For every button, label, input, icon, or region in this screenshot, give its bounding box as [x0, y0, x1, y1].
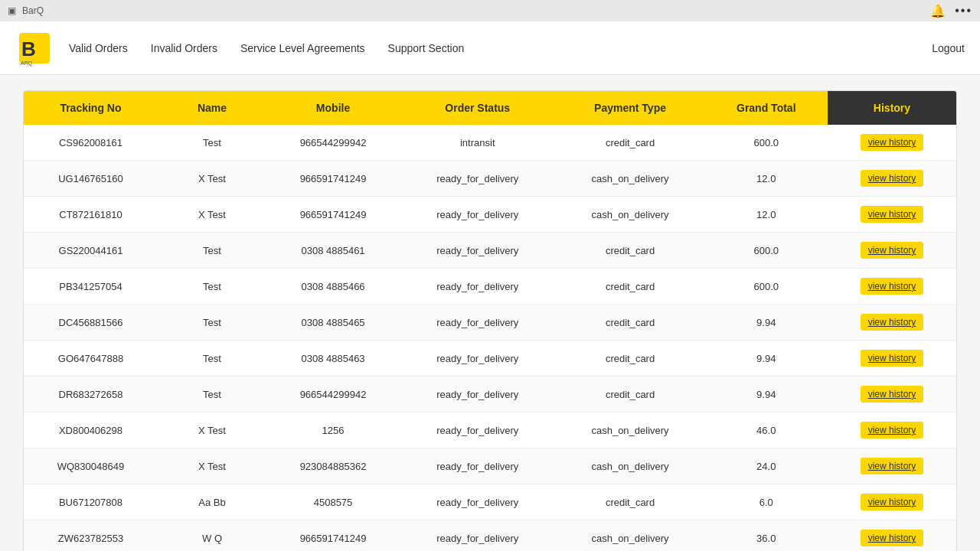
- cell-tracking_no: CT872161810: [24, 197, 158, 233]
- cell-name: W Q: [158, 520, 266, 552]
- cell-name: Test: [158, 305, 266, 341]
- cell-mobile: 0308 4885465: [266, 305, 400, 341]
- col-name: Name: [158, 91, 266, 125]
- cell-name: X Test: [158, 197, 266, 233]
- cell-name: Test: [158, 269, 266, 305]
- logout-button[interactable]: Logout: [932, 42, 965, 54]
- view-history-button[interactable]: view history: [861, 494, 924, 510]
- cell-order_status: ready_for_delivery: [400, 197, 556, 233]
- table-row: PB341257054Test0308 4885466ready_for_del…: [24, 269, 956, 305]
- view-history-button[interactable]: view history: [861, 350, 924, 367]
- cell-order_status: ready_for_delivery: [400, 448, 556, 484]
- view-history-button[interactable]: view history: [861, 134, 924, 151]
- col-mobile: Mobile: [266, 91, 400, 125]
- cell-payment_type: cash_on_delivery: [556, 197, 705, 233]
- table-row: GO647647888Test0308 4885463ready_for_del…: [24, 341, 956, 377]
- cell-payment_type: credit_card: [556, 305, 705, 341]
- orders-table: Tracking No Name Mobile Order Status Pay…: [24, 91, 956, 551]
- table-header: Tracking No Name Mobile Order Status Pay…: [24, 91, 956, 125]
- nav-sla[interactable]: Service Level Agreements: [240, 42, 365, 54]
- cell-grand_total: 9.94: [705, 377, 828, 412]
- cell-history: view history: [828, 377, 956, 412]
- cell-grand_total: 12.0: [705, 197, 828, 233]
- table-row: WQ830048649X Test923084885362ready_for_d…: [24, 448, 956, 484]
- view-history-button[interactable]: view history: [861, 422, 924, 439]
- cell-tracking_no: XD800406298: [24, 412, 158, 448]
- cell-mobile: 0308 4885463: [266, 341, 400, 377]
- cell-mobile: 966591741249: [266, 161, 400, 197]
- cell-history: view history: [828, 448, 956, 484]
- view-history-button[interactable]: view history: [861, 170, 924, 187]
- cell-name: Test: [158, 125, 266, 161]
- view-history-button[interactable]: view history: [861, 458, 924, 474]
- view-history-button[interactable]: view history: [861, 206, 924, 223]
- cell-payment_type: credit_card: [556, 269, 705, 305]
- cell-name: Test: [158, 377, 266, 412]
- more-options-icon[interactable]: •••: [955, 4, 972, 18]
- cell-payment_type: cash_on_delivery: [556, 520, 705, 552]
- cell-grand_total: 6.0: [705, 484, 828, 520]
- cell-history: view history: [828, 412, 956, 448]
- cell-order_status: ready_for_delivery: [400, 520, 556, 552]
- cell-tracking_no: UG146765160: [24, 161, 158, 197]
- cell-name: X Test: [158, 161, 266, 197]
- cell-order_status: ready_for_delivery: [400, 233, 556, 269]
- cell-tracking_no: GO647647888: [24, 341, 158, 377]
- header-nav-area: B ARQ Valid Orders Invalid Orders Servic…: [15, 29, 464, 67]
- col-grand-total: Grand Total: [705, 91, 828, 125]
- col-order-status: Order Status: [400, 91, 556, 125]
- cell-history: view history: [828, 161, 956, 197]
- view-history-button[interactable]: view history: [861, 386, 924, 403]
- nav-invalid-orders[interactable]: Invalid Orders: [151, 42, 217, 54]
- cell-payment_type: cash_on_delivery: [556, 161, 705, 197]
- view-history-button[interactable]: view history: [861, 314, 924, 331]
- cell-payment_type: credit_card: [556, 341, 705, 377]
- cell-name: Test: [158, 341, 266, 377]
- table-row: BU671207808Aa Bb4508575ready_for_deliver…: [24, 484, 956, 520]
- cell-grand_total: 9.94: [705, 341, 828, 377]
- cell-history: view history: [828, 341, 956, 377]
- nav-valid-orders[interactable]: Valid Orders: [69, 42, 128, 54]
- cell-tracking_no: ZW623782553: [24, 520, 158, 552]
- table-row: XD800406298X Test1256ready_for_deliveryc…: [24, 412, 956, 448]
- cell-history: view history: [828, 233, 956, 269]
- table-row: CS962008161Test966544299942intransitcred…: [24, 125, 956, 161]
- table-row: DR683272658Test966544299942ready_for_del…: [24, 377, 956, 412]
- cell-mobile: 0308 4885466: [266, 269, 400, 305]
- cell-mobile: 4508575: [266, 484, 400, 520]
- table-row: ZW623782553W Q966591741249ready_for_deli…: [24, 520, 956, 552]
- nav-support[interactable]: Support Section: [388, 42, 465, 54]
- view-history-button[interactable]: view history: [861, 278, 924, 295]
- cell-mobile: 966544299942: [266, 377, 400, 412]
- cell-grand_total: 600.0: [705, 269, 828, 305]
- cell-history: view history: [828, 197, 956, 233]
- col-history: History: [828, 91, 956, 125]
- title-bar: ▣ BarQ 🔔 •••: [0, 0, 980, 21]
- cell-payment_type: cash_on_delivery: [556, 448, 705, 484]
- cell-tracking_no: CS962008161: [24, 125, 158, 161]
- cell-payment_type: credit_card: [556, 125, 705, 161]
- orders-table-container: Tracking No Name Mobile Order Status Pay…: [23, 90, 957, 551]
- cell-history: view history: [828, 520, 956, 552]
- cell-name: Aa Bb: [158, 484, 266, 520]
- cell-payment_type: credit_card: [556, 233, 705, 269]
- view-history-button[interactable]: view history: [861, 242, 924, 259]
- cell-tracking_no: DR683272658: [24, 377, 158, 412]
- cell-order_status: ready_for_delivery: [400, 484, 556, 520]
- cell-order_status: ready_for_delivery: [400, 161, 556, 197]
- cell-history: view history: [828, 125, 956, 161]
- view-history-button[interactable]: view history: [861, 530, 924, 546]
- notification-icon[interactable]: 🔔: [930, 4, 946, 18]
- cell-payment_type: cash_on_delivery: [556, 412, 705, 448]
- cell-tracking_no: DC456881566: [24, 305, 158, 341]
- window-icon: ▣: [8, 5, 16, 16]
- table-row: DC456881566Test0308 4885465ready_for_del…: [24, 305, 956, 341]
- app-title: BarQ: [22, 5, 44, 16]
- cell-grand_total: 600.0: [705, 125, 828, 161]
- cell-order_status: ready_for_delivery: [400, 341, 556, 377]
- cell-history: view history: [828, 305, 956, 341]
- cell-grand_total: 600.0: [705, 233, 828, 269]
- cell-order_status: ready_for_delivery: [400, 269, 556, 305]
- cell-order_status: intransit: [400, 125, 556, 161]
- cell-tracking_no: WQ830048649: [24, 448, 158, 484]
